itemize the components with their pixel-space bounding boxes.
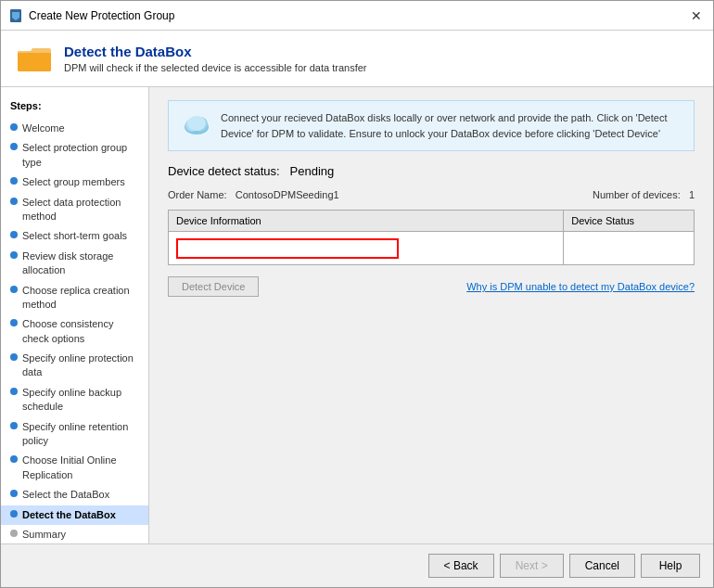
sidebar-item-replica[interactable]: Choose replica creation method — [1, 281, 148, 315]
header-subtitle: DPM will check if the selected device is… — [64, 62, 366, 73]
sidebar-dot-group-type — [10, 143, 18, 150]
sidebar-label-initial-replication: Choose Initial Online Replication — [22, 454, 139, 482]
sidebar-item-online-retention[interactable]: Specify online retention policy — [1, 417, 148, 452]
sidebar-item-disk-storage[interactable]: Review disk storage allocation — [1, 247, 148, 281]
content-area: Steps: Welcome Select protection group t… — [1, 87, 713, 543]
sidebar-dot-summary — [10, 530, 18, 537]
sidebar-item-summary[interactable]: Summary — [1, 525, 148, 543]
sidebar-dot-disk-storage — [10, 251, 18, 259]
close-button[interactable]: ✕ — [687, 6, 706, 25]
cloud-icon — [182, 110, 211, 140]
sidebar-label-short-term: Select short-term goals — [22, 229, 127, 243]
sidebar-dot-data-protection — [10, 198, 18, 205]
sidebar-item-group-type[interactable]: Select protection group type — [1, 138, 148, 173]
device-info-input[interactable] — [176, 238, 399, 259]
num-devices-value: 1 — [689, 189, 695, 200]
sidebar-label-group-members: Select group members — [22, 175, 125, 189]
databox-icon — [16, 40, 53, 77]
header-title: Detect the DataBox — [64, 44, 366, 59]
sidebar-dot-short-term — [10, 231, 18, 238]
sidebar-item-online-protection[interactable]: Specify online protection data — [1, 349, 148, 383]
detect-action-row: Detect Device Why is DPM unable to detec… — [168, 276, 695, 297]
help-link[interactable]: Why is DPM unable to detect my DataBox d… — [466, 281, 695, 292]
sidebar: Steps: Welcome Select protection group t… — [1, 87, 149, 543]
sidebar-dot-initial-replication — [10, 455, 18, 463]
table-row — [169, 232, 695, 265]
help-button[interactable]: Help — [641, 554, 700, 578]
device-status-cell — [564, 232, 695, 265]
order-name-label: Order Name: — [168, 189, 227, 200]
title-bar-left: Create New Protection Group — [8, 8, 174, 23]
order-row: Order Name: ContosoDPMSeeding1 Number of… — [168, 189, 695, 200]
header-section: Detect the DataBox DPM will check if the… — [1, 31, 713, 87]
sidebar-label-group-type: Select protection group type — [22, 141, 139, 170]
number-of-devices-field: Number of devices: 1 — [593, 189, 695, 200]
sidebar-label-consistency: Choose consistency check options — [22, 317, 139, 346]
sidebar-dot-group-members — [10, 177, 18, 185]
title-bar: Create New Protection Group ✕ — [1, 1, 713, 31]
order-name-field: Order Name: ContosoDPMSeeding1 — [168, 189, 339, 200]
info-box: Connect your recieved DataBox disks loca… — [168, 100, 695, 151]
footer: < Back Next > Cancel Help — [1, 543, 713, 587]
svg-rect-2 — [18, 53, 51, 71]
sidebar-item-welcome[interactable]: Welcome — [1, 119, 148, 138]
col-device-status: Device Status — [564, 211, 695, 232]
sidebar-label-summary: Summary — [22, 528, 66, 542]
col-device-info: Device Information — [169, 211, 564, 232]
sidebar-item-initial-replication[interactable]: Choose Initial Online Replication — [1, 451, 148, 485]
sidebar-label-online-protection: Specify online protection data — [22, 352, 139, 380]
sidebar-label-disk-storage: Review disk storage allocation — [22, 249, 139, 278]
sidebar-label-select-databox: Select the DataBox — [22, 488, 109, 502]
sidebar-item-short-term[interactable]: Select short-term goals — [1, 226, 148, 246]
app-icon — [8, 8, 23, 23]
cancel-button[interactable]: Cancel — [569, 554, 635, 578]
detect-status-label: Device detect status: — [168, 164, 280, 178]
sidebar-item-group-members[interactable]: Select group members — [1, 173, 148, 192]
sidebar-item-online-backup[interactable]: Specify online backup schedule — [1, 383, 148, 417]
sidebar-item-select-databox[interactable]: Select the DataBox — [1, 485, 148, 505]
sidebar-label-detect-databox: Detect the DataBox — [22, 508, 116, 522]
device-info-cell[interactable] — [169, 232, 564, 265]
sidebar-dot-detect-databox — [10, 510, 18, 518]
main-panel: Connect your recieved DataBox disks loca… — [149, 87, 713, 543]
sidebar-item-consistency[interactable]: Choose consistency check options — [1, 314, 148, 349]
sidebar-label-welcome: Welcome — [22, 121, 65, 135]
sidebar-dot-consistency — [10, 319, 18, 326]
svg-point-6 — [187, 116, 206, 131]
detect-status-value: Pending — [290, 164, 335, 178]
sidebar-dot-online-retention — [10, 422, 18, 429]
back-button[interactable]: < Back — [428, 554, 494, 578]
order-name-value: ContosoDPMSeeding1 — [236, 189, 339, 200]
sidebar-label-data-protection: Select data protection method — [22, 196, 139, 224]
info-text: Connect your recieved DataBox disks loca… — [221, 110, 681, 141]
sidebar-label-replica: Choose replica creation method — [22, 284, 139, 313]
device-table: Device Information Device Status — [168, 210, 695, 265]
window-title: Create New Protection Group — [29, 9, 174, 22]
sidebar-heading: Steps: — [1, 96, 148, 119]
sidebar-label-online-backup: Specify online backup schedule — [22, 386, 139, 415]
detect-device-button[interactable]: Detect Device — [168, 276, 259, 297]
sidebar-dot-online-backup — [10, 388, 18, 395]
num-devices-label: Number of devices: — [593, 189, 681, 200]
header-text: Detect the DataBox DPM will check if the… — [64, 44, 366, 73]
main-window: Create New Protection Group ✕ Detect the… — [0, 0, 714, 588]
sidebar-dot-online-protection — [10, 353, 18, 361]
sidebar-dot-select-databox — [10, 490, 18, 497]
sidebar-item-data-protection[interactable]: Select data protection method — [1, 193, 148, 227]
sidebar-dot-welcome — [10, 123, 18, 131]
detect-status: Device detect status: Pending — [168, 164, 695, 178]
sidebar-dot-replica — [10, 286, 18, 293]
sidebar-label-online-retention: Specify online retention policy — [22, 420, 139, 449]
sidebar-item-detect-databox[interactable]: Detect the DataBox — [1, 505, 148, 525]
next-button[interactable]: Next > — [500, 554, 564, 578]
